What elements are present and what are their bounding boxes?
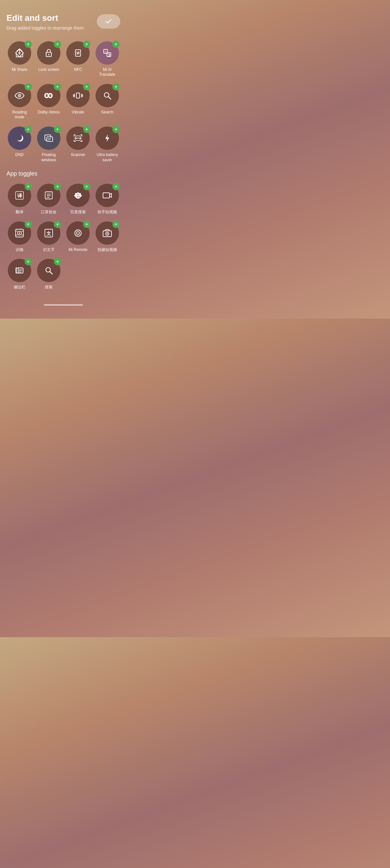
- svg-point-40: [80, 195, 82, 197]
- home-indicator: [44, 304, 83, 306]
- svg-point-55: [78, 232, 79, 234]
- sidebar-icon: [14, 265, 25, 276]
- svg-text:译: 译: [17, 193, 23, 198]
- app-toggles-grid: 译 + 翻译: [6, 184, 120, 290]
- toggle-dolby-atmos[interactable]: + Dolby Atmos: [36, 84, 62, 120]
- baidu-icon: du: [73, 190, 83, 200]
- svg-marker-28: [105, 134, 109, 142]
- add-badge-reading-mode: +: [25, 83, 32, 90]
- svg-text:文: 文: [46, 231, 51, 236]
- dolby-icon: [43, 90, 54, 101]
- toggle-scanner[interactable]: + Scanner: [65, 126, 91, 162]
- search-icon: [102, 90, 112, 101]
- add-badge-kuaishou: +: [112, 183, 120, 190]
- app-toggles-section: App toggles 译 + 翻译: [6, 170, 120, 290]
- add-badge-math-app: +: [54, 183, 61, 190]
- check-icon: [105, 18, 112, 25]
- svg-line-21: [108, 97, 111, 99]
- toggle-short-video[interactable]: + 拍摄短视频: [94, 221, 120, 253]
- label-mi-ai-translate: Mi AI Translate: [95, 67, 120, 78]
- toggle-lock-screen[interactable]: + Lock screen: [36, 41, 62, 78]
- add-badge-nfc: +: [83, 41, 90, 48]
- label-nfc: NFC: [74, 67, 82, 72]
- toggle-nfc[interactable]: + NFC: [65, 41, 91, 78]
- camera-icon: [102, 228, 112, 238]
- toggle-kuaishou[interactable]: + 快手拍视频: [94, 184, 120, 215]
- moon-icon: [14, 133, 25, 143]
- svg-point-14: [50, 94, 51, 97]
- label-ocr: 识文字: [43, 247, 55, 253]
- vibrate-icon: [73, 90, 83, 101]
- page-title: Edit and sort: [6, 13, 84, 23]
- label-short-video: 拍摄短视频: [98, 247, 117, 253]
- label-floating-windows: Floating windows: [37, 152, 61, 162]
- toggle-ultra-battery[interactable]: + Ultra battery saver: [94, 126, 120, 162]
- label-ultra-battery: Ultra battery saver: [95, 152, 120, 162]
- toggle-ocr[interactable]: 文 + 识文字: [36, 221, 62, 253]
- add-badge-shiwu: +: [25, 221, 32, 228]
- remote-icon: [73, 228, 83, 238]
- label-kuaishou: 快手拍视频: [98, 210, 117, 215]
- nfc-icon: [73, 48, 83, 58]
- label-translate-app: 翻译: [15, 210, 23, 215]
- toggle-math-app[interactable]: + 口算批改: [36, 184, 62, 215]
- add-badge-mi-remote: +: [83, 221, 90, 228]
- toggle-dnd[interactable]: + DND: [6, 126, 32, 162]
- toggle-reading-mode[interactable]: + Reading mode: [6, 84, 32, 120]
- mi-share-icon: [14, 48, 25, 58]
- toggle-baidu-search[interactable]: du + 百度搜索: [65, 184, 91, 215]
- svg-line-65: [50, 272, 53, 274]
- svg-text:文: 文: [108, 53, 111, 57]
- add-badge-floating-windows: +: [54, 126, 61, 133]
- label-search: Search: [101, 110, 113, 115]
- svg-rect-42: [103, 193, 109, 198]
- label-sidebar: 侧边栏: [14, 285, 25, 290]
- svg-rect-15: [76, 93, 79, 98]
- add-badge-ultra-battery: +: [112, 126, 120, 133]
- toggle-shiwu[interactable]: + 识物: [6, 221, 32, 253]
- add-badge-search-app: +: [54, 258, 61, 265]
- svg-point-12: [45, 94, 47, 97]
- confirm-button[interactable]: [97, 14, 120, 29]
- translate-icon: A 文: [102, 48, 112, 58]
- header-text: Edit and sort Drag added toggles to rear…: [6, 13, 84, 32]
- eye-icon: [14, 90, 25, 101]
- toggle-mi-share[interactable]: + Mi Share: [6, 41, 32, 78]
- svg-rect-31: [45, 192, 52, 199]
- svg-text:du: du: [77, 195, 80, 198]
- add-badge-vibrate: +: [83, 83, 90, 90]
- bolt-icon: [102, 133, 112, 143]
- label-dnd: DND: [15, 152, 24, 158]
- toggle-search[interactable]: + Search: [94, 84, 120, 120]
- scanner-icon: [73, 133, 83, 143]
- label-search-app: 搜索: [45, 285, 53, 290]
- page-container: Edit and sort Drag added toggles to rear…: [0, 0, 127, 318]
- svg-point-37: [77, 192, 79, 195]
- translate-app-icon: 译: [14, 190, 25, 200]
- svg-point-39: [74, 195, 76, 197]
- header: Edit and sort Drag added toggles to rear…: [6, 13, 120, 32]
- label-shiwu: 识物: [15, 247, 23, 253]
- toggle-mi-ai-translate[interactable]: A 文 + Mi AI Translate: [94, 41, 120, 78]
- label-dolby-atmos: Dolby Atmos: [38, 110, 60, 115]
- kuaishou-icon: [102, 190, 112, 200]
- toggle-mi-remote[interactable]: + Mi Remote: [65, 221, 91, 253]
- add-badge-lock-screen: +: [54, 41, 61, 48]
- toggle-translate-app[interactable]: 译 + 翻译: [6, 184, 32, 215]
- toggle-vibrate[interactable]: + Vibrate: [65, 84, 91, 120]
- svg-rect-23: [47, 137, 53, 142]
- toggle-floating-windows[interactable]: + Floating windows: [36, 126, 62, 162]
- add-badge-mi-ai-translate: +: [112, 41, 120, 48]
- label-scanner: Scanner: [71, 152, 86, 158]
- svg-point-10: [19, 95, 20, 96]
- toggle-sidebar[interactable]: + 侧边栏: [6, 259, 32, 290]
- svg-point-3: [48, 54, 50, 55]
- add-badge-sidebar: +: [25, 258, 32, 265]
- add-badge-translate-app: +: [25, 183, 32, 190]
- home-indicator-area: [6, 298, 120, 306]
- lock-icon: [43, 48, 54, 58]
- toggles-grid: + Mi Share + Lock screen: [6, 41, 120, 163]
- math-icon: [43, 190, 54, 200]
- toggle-search-app[interactable]: + 搜索: [36, 259, 62, 290]
- svg-point-58: [107, 233, 108, 235]
